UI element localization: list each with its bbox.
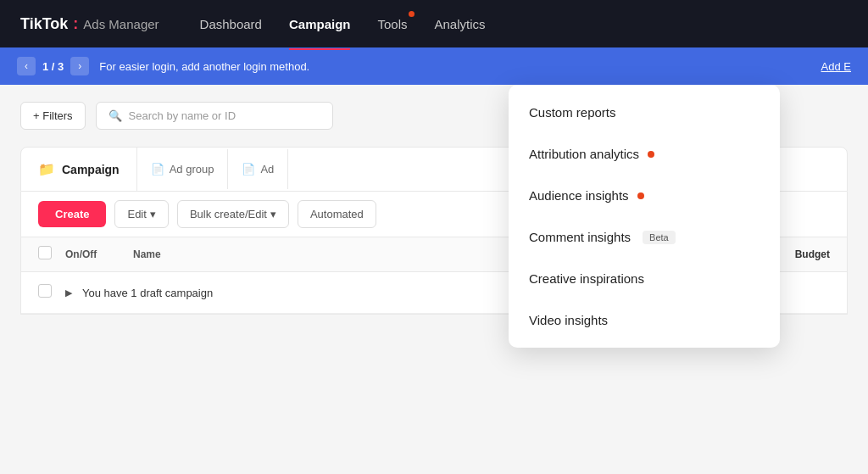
create-button[interactable]: Create bbox=[38, 201, 106, 227]
dropdown-item-custom-reports[interactable]: Custom reports bbox=[509, 92, 780, 133]
banner-page-indicator: 1 / 3 bbox=[42, 60, 64, 73]
banner-total-pages: 3 bbox=[58, 60, 64, 73]
nav-links: Dashboard Campaign Tools Analytics bbox=[200, 14, 848, 35]
folder-icon: 📁 bbox=[38, 161, 55, 177]
comment-beta-badge: Beta bbox=[643, 231, 676, 244]
ad-icon: 📄 bbox=[242, 163, 255, 176]
search-icon: 🔍 bbox=[108, 109, 122, 122]
nav-item-dashboard[interactable]: Dashboard bbox=[200, 14, 262, 35]
creative-inspirations-label: Creative inspirations bbox=[529, 271, 644, 286]
section-ad-label: Ad bbox=[260, 163, 274, 176]
row-expand-icon[interactable]: ▶ bbox=[65, 287, 82, 298]
dropdown-item-creative[interactable]: Creative inspirations bbox=[509, 258, 780, 299]
tools-dot bbox=[409, 11, 415, 17]
comment-insights-label: Comment insights bbox=[529, 230, 631, 244]
banner-message: For easier login, add another login meth… bbox=[99, 60, 810, 73]
attribution-new-dot bbox=[648, 151, 654, 158]
tools-label: Tools bbox=[377, 17, 407, 31]
banner-add-link[interactable]: Add E bbox=[821, 60, 851, 73]
edit-label: Edit bbox=[127, 208, 146, 220]
brand-subtitle: Ads Manager bbox=[83, 17, 159, 31]
automated-button[interactable]: Automated bbox=[298, 200, 376, 228]
section-campaign[interactable]: 📁 Campaign bbox=[21, 148, 137, 191]
dropdown-item-comment[interactable]: Comment insights Beta bbox=[509, 216, 780, 258]
banner-separator: / bbox=[52, 60, 55, 73]
notification-banner: ‹ 1 / 3 › For easier login, add another … bbox=[0, 47, 868, 85]
section-campaign-label: Campaign bbox=[62, 163, 120, 176]
video-insights-label: Video insights bbox=[529, 313, 608, 327]
analytics-dropdown: Custom reports Attribution analytics Aud… bbox=[509, 85, 780, 348]
banner-current-page: 1 bbox=[42, 60, 48, 73]
col-onoff-header: On/Off bbox=[65, 248, 133, 260]
filters-button[interactable]: + Filters bbox=[20, 102, 86, 130]
dropdown-item-attribution[interactable]: Attribution analytics bbox=[509, 133, 780, 175]
nav-item-tools[interactable]: Tools bbox=[377, 14, 407, 35]
row-checkbox[interactable] bbox=[38, 284, 65, 301]
attribution-analytics-label: Attribution analytics bbox=[529, 147, 639, 161]
banner-next-button[interactable]: › bbox=[70, 57, 89, 75]
banner-prev-button[interactable]: ‹ bbox=[17, 57, 36, 75]
audience-new-dot bbox=[637, 192, 644, 199]
banner-navigation: ‹ 1 / 3 › bbox=[17, 57, 89, 75]
nav-item-analytics[interactable]: Analytics bbox=[435, 14, 486, 35]
section-adgroup[interactable]: 📄 Ad group bbox=[137, 149, 229, 189]
custom-reports-label: Custom reports bbox=[529, 105, 616, 120]
top-navigation: TikTok: Ads Manager Dashboard Campaign T… bbox=[0, 0, 868, 47]
header-checkbox-col bbox=[38, 246, 65, 263]
bulk-dropdown-icon: ▾ bbox=[270, 208, 276, 220]
section-ad[interactable]: 📄 Ad bbox=[228, 149, 288, 189]
dropdown-item-video[interactable]: Video insights bbox=[509, 299, 780, 341]
search-box[interactable]: 🔍 Search by name or ID bbox=[96, 102, 333, 130]
search-placeholder: Search by name or ID bbox=[129, 109, 236, 122]
main-area: + Filters 🔍 Search by name or ID 📁 Campa… bbox=[0, 85, 868, 474]
bulk-button[interactable]: Bulk create/Edit ▾ bbox=[177, 200, 289, 228]
adgroup-icon: 📄 bbox=[151, 163, 164, 176]
audience-insights-label: Audience insights bbox=[529, 188, 629, 203]
edit-dropdown-icon: ▾ bbox=[150, 208, 156, 220]
nav-item-campaign[interactable]: Campaign bbox=[289, 14, 351, 35]
dropdown-item-audience[interactable]: Audience insights bbox=[509, 175, 780, 216]
section-adgroup-label: Ad group bbox=[170, 163, 214, 176]
edit-button[interactable]: Edit ▾ bbox=[114, 200, 168, 228]
header-checkbox[interactable] bbox=[38, 246, 52, 259]
brand-colon: : bbox=[73, 15, 78, 33]
bulk-label: Bulk create/Edit bbox=[190, 208, 267, 220]
brand-tiktok-text: TikTok bbox=[20, 15, 68, 33]
brand-logo: TikTok: Ads Manager bbox=[20, 15, 159, 33]
